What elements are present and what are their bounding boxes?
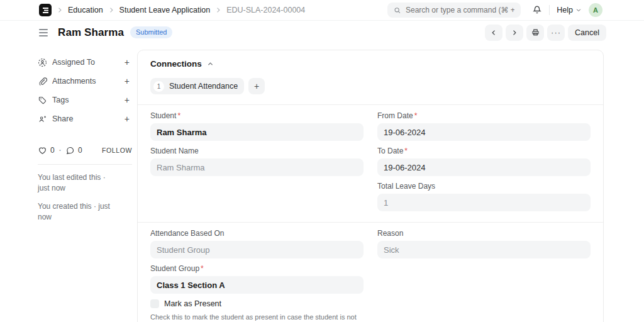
sidebar-item-attachments[interactable]: Attachments + [38, 72, 132, 91]
heart-like-icon[interactable] [38, 146, 47, 155]
student-name-field-label: Student Name [150, 147, 364, 155]
chevron-right-icon [56, 6, 64, 14]
assign-user-icon [38, 58, 47, 67]
mark-as-present-checkbox[interactable] [150, 299, 159, 308]
student-field: Student* [150, 111, 364, 141]
page-title: Ram Sharma [58, 26, 124, 39]
comments-count: 0 [78, 146, 82, 155]
connection-label: Student Attendance [169, 82, 238, 91]
dot-separator: · [58, 145, 62, 156]
top-navbar: Education Student Leave Application EDU-… [0, 0, 644, 21]
from-date-field-label: From Date* [377, 111, 591, 120]
sidebar-item-label: Assigned To [52, 58, 95, 67]
total-leave-days-field: Total Leave Days [377, 182, 591, 211]
sidebar-divider [38, 164, 132, 165]
user-avatar[interactable]: A [589, 3, 602, 17]
connections-section: Connections 1 Student Attendance + [138, 50, 603, 104]
breadcrumb-education[interactable]: Education [68, 6, 103, 14]
chevron-up-icon[interactable] [207, 60, 214, 67]
to-date-input[interactable] [377, 158, 591, 176]
sidebar-item-tags[interactable]: Tags + [38, 91, 132, 109]
comments-icon[interactable] [65, 146, 75, 155]
add-attachment-button[interactable]: + [122, 75, 132, 87]
sidebar-item-assigned-to[interactable]: Assigned To + [38, 53, 132, 72]
chevron-right-icon [108, 6, 115, 14]
chevron-left-icon [490, 29, 497, 36]
required-marker: * [404, 147, 408, 155]
follow-button[interactable]: FOLLOW [102, 147, 132, 154]
breadcrumb-doctype[interactable]: Student Leave Application [119, 6, 211, 14]
student-name-input[interactable] [150, 158, 364, 176]
notifications-bell-icon[interactable] [532, 5, 542, 15]
help-label: Help [557, 6, 573, 14]
student-group-input[interactable] [150, 276, 364, 294]
student-group-field-label: Student Group* [150, 264, 364, 273]
student-group-field: Student Group* [150, 264, 364, 294]
mark-as-present-description: Check this to mark the student as presen… [150, 313, 364, 322]
total-leave-days-field-label: Total Leave Days [377, 182, 591, 191]
add-share-button[interactable]: + [122, 113, 132, 125]
cancel-button[interactable]: Cancel [568, 25, 606, 41]
page-header: Ram Sharma Submitted ··· Cancel [0, 21, 644, 44]
leave-details-section: Student* Student Name From Date* To Date… [138, 105, 603, 222]
reactions-row: 0 · 0 FOLLOW [38, 145, 132, 156]
sidebar-toggle-icon[interactable] [38, 26, 49, 39]
sidebar-item-label: Attachments [52, 77, 96, 86]
navbar-divider [549, 5, 550, 15]
add-tag-button[interactable]: + [122, 94, 132, 106]
chevron-right-icon [214, 6, 222, 14]
more-actions-button[interactable]: ··· [547, 25, 565, 41]
next-document-button[interactable] [506, 25, 523, 41]
breadcrumb-document-id[interactable]: EDU-SLA-2024-00004 [226, 6, 305, 14]
app-logo[interactable] [39, 4, 52, 16]
global-search[interactable] [387, 3, 521, 18]
reason-input[interactable] [377, 241, 591, 258]
prev-document-button[interactable] [485, 25, 502, 41]
to-date-field-label: To Date* [377, 147, 591, 155]
attendance-based-on-field: Attendance Based On [150, 229, 364, 258]
to-date-field: To Date* [377, 147, 591, 176]
from-date-field: From Date* [377, 111, 591, 141]
reason-field: Reason [377, 229, 591, 258]
print-button[interactable] [526, 25, 544, 41]
chevron-down-icon [575, 7, 582, 13]
attendance-section: Attendance Based On Student Group* Mark … [138, 223, 603, 322]
attendance-based-on-select[interactable] [150, 241, 364, 258]
help-menu[interactable]: Help [557, 6, 582, 14]
last-edited-text: You last edited this · just now [38, 172, 117, 194]
document-sidebar: Assigned To + Attachments + Tags + Share… [38, 50, 132, 223]
mark-as-present-row[interactable]: Mark as Present [150, 299, 364, 308]
breadcrumb: Education Student Leave Application EDU-… [52, 6, 305, 14]
connection-count-badge: 1 [153, 81, 164, 92]
status-badge: Submitted [130, 26, 173, 38]
required-marker: * [414, 111, 418, 120]
total-leave-days-input[interactable] [377, 194, 591, 211]
printer-icon [531, 28, 540, 36]
add-assignment-button[interactable]: + [122, 57, 132, 68]
form-card: Connections 1 Student Attendance + Stude… [137, 50, 604, 322]
education-logo-icon [42, 7, 49, 14]
attendance-based-on-field-label: Attendance Based On [150, 229, 364, 238]
sidebar-item-label: Tags [52, 96, 69, 104]
connection-student-attendance[interactable]: 1 Student Attendance [150, 78, 244, 94]
required-marker: * [177, 111, 180, 120]
paperclip-icon [38, 77, 47, 86]
share-user-icon [38, 114, 47, 124]
tag-icon [38, 96, 47, 105]
connections-title: Connections [150, 59, 202, 69]
mark-as-present-label: Mark as Present [164, 299, 221, 308]
add-connection-button[interactable]: + [248, 78, 265, 94]
student-input[interactable] [150, 123, 364, 141]
search-icon [394, 6, 401, 14]
student-field-label: Student* [150, 111, 364, 120]
student-name-field: Student Name [150, 147, 364, 176]
sidebar-item-share[interactable]: Share + [38, 109, 132, 128]
sidebar-item-label: Share [52, 114, 73, 123]
likes-count: 0 [50, 146, 55, 155]
search-input[interactable] [406, 6, 514, 14]
created-text: You created this · just now [38, 201, 117, 223]
reason-field-label: Reason [377, 229, 591, 238]
from-date-input[interactable] [377, 123, 591, 141]
chevron-right-icon [511, 29, 518, 36]
required-marker: * [201, 264, 204, 273]
